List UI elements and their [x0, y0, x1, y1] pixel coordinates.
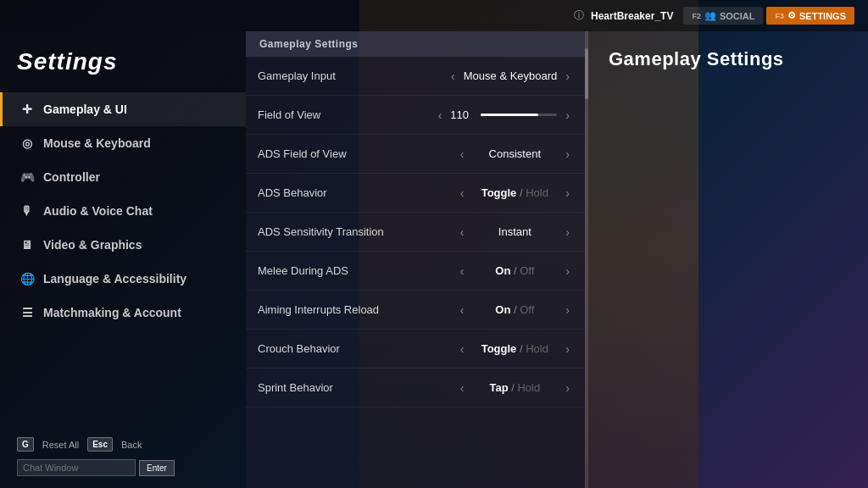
account-info: ⓘ HeartBreaker_TV	[574, 8, 673, 23]
fov-slider-container: 110	[450, 108, 557, 121]
sidebar-label-video-graphics: Video & Graphics	[43, 238, 142, 252]
setting-control-crouch-behavior: ‹ Toggle / Hold ›	[457, 342, 573, 356]
setting-row-melee-ads: Melee During ADS ‹ On / Off ›	[246, 252, 585, 291]
settings-label: SETTINGS	[799, 11, 846, 21]
sidebar-item-controller[interactable]: 🎮 Controller	[0, 160, 246, 194]
arrow-left-sprint-behavior[interactable]: ‹	[457, 381, 468, 395]
setting-label-aim-interrupt-reload: Aiming Interrupts Reload	[258, 303, 457, 316]
matchmaking-icon: ☰	[19, 306, 35, 319]
setting-control-ads-sensitivity: ‹ Instant ›	[457, 225, 573, 239]
sidebar-item-language-accessibility[interactable]: 🌐 Language & Accessibility	[0, 262, 246, 296]
setting-value-sprint-behavior: Tap / Hold	[472, 381, 557, 394]
sidebar: Settings ✛ Gameplay & UI ◎ Mouse & Keybo…	[0, 31, 246, 488]
fov-slider-track[interactable]	[481, 114, 557, 116]
setting-label-ads-sensitivity: ADS Sensitivity Transition	[258, 225, 457, 238]
right-panel: Gameplay Settings	[588, 31, 868, 488]
social-label: SOCIAL	[720, 11, 755, 21]
setting-control-aim-interrupt-reload: ‹ On / Off ›	[457, 303, 573, 317]
setting-value-gameplay-input: Mouse & Keyboard	[464, 69, 558, 82]
sidebar-item-gameplay-ui[interactable]: ✛ Gameplay & UI	[0, 92, 246, 126]
right-panel-title: Gameplay Settings	[609, 48, 848, 70]
crouch-hold: Hold	[526, 342, 548, 355]
sidebar-spacer	[0, 330, 246, 429]
main-content: ⓘ HeartBreaker_TV F2 👥 SOCIAL F3 ⚙ SETTI…	[0, 0, 868, 488]
crouch-toggle: Toggle	[481, 342, 517, 355]
center-panel: Gameplay Settings Gameplay Input ‹ Mouse…	[246, 31, 585, 488]
mouse-icon: ◎	[19, 136, 35, 150]
melee-ads-on: On	[495, 264, 510, 277]
setting-row-aim-interrupt-reload: Aiming Interrupts Reload ‹ On / Off ›	[246, 291, 585, 330]
setting-label-crouch-behavior: Crouch Behavior	[258, 342, 457, 355]
sprint-tap: Tap	[489, 381, 508, 394]
arrow-left-ads-fov[interactable]: ‹	[457, 147, 468, 161]
setting-label-gameplay-input: Gameplay Input	[258, 69, 448, 82]
chat-input[interactable]	[17, 459, 136, 476]
social-key: F2	[692, 12, 701, 20]
reset-key: G	[17, 437, 34, 452]
language-icon: 🌐	[19, 272, 35, 286]
settings-panel-header: Gameplay Settings	[246, 31, 585, 57]
social-icon: 👥	[704, 10, 716, 21]
setting-row-ads-fov: ADS Field of View ‹ Consistent ›	[246, 135, 585, 174]
arrow-left-crouch-behavior[interactable]: ‹	[457, 342, 468, 356]
sidebar-label-audio-voice: Audio & Voice Chat	[43, 204, 153, 218]
sidebar-label-gameplay-ui: Gameplay & UI	[43, 103, 127, 116]
arrow-right-ads-behavior[interactable]: ›	[562, 186, 573, 200]
sidebar-item-audio-voice[interactable]: 🎙 Audio & Voice Chat	[0, 194, 246, 228]
arrow-right-aim-interrupt-reload[interactable]: ›	[562, 303, 573, 317]
sidebar-item-matchmaking-account[interactable]: ☰ Matchmaking & Account	[0, 296, 246, 330]
setting-row-ads-sensitivity: ADS Sensitivity Transition ‹ Instant ›	[246, 213, 585, 252]
sprint-hold: Hold	[517, 381, 540, 394]
ads-behavior-toggle: Toggle	[481, 186, 517, 199]
username: HeartBreaker_TV	[591, 10, 673, 22]
setting-control-melee-ads: ‹ On / Off ›	[457, 264, 573, 278]
nav-tabs: F2 👥 SOCIAL F3 ⚙ SETTINGS	[683, 7, 854, 25]
arrow-left-aim-interrupt-reload[interactable]: ‹	[457, 303, 468, 317]
arrow-left-ads-sensitivity[interactable]: ‹	[457, 225, 468, 239]
arrow-left-gameplay-input[interactable]: ‹	[448, 69, 459, 83]
setting-control-sprint-behavior: ‹ Tap / Hold ›	[457, 381, 573, 395]
setting-value-ads-fov: Consistent	[472, 147, 557, 160]
controller-icon: 🎮	[19, 170, 35, 184]
settings-list: Gameplay Input ‹ Mouse & Keyboard › Fiel…	[246, 57, 585, 488]
setting-label-melee-ads: Melee During ADS	[258, 264, 457, 277]
arrow-right-gameplay-input[interactable]: ›	[562, 69, 573, 83]
sidebar-item-video-graphics[interactable]: 🖥 Video & Graphics	[0, 228, 246, 262]
arrow-right-melee-ads[interactable]: ›	[562, 264, 573, 278]
setting-row-gameplay-input: Gameplay Input ‹ Mouse & Keyboard ›	[246, 57, 585, 96]
sidebar-label-mouse-keyboard: Mouse & Keyboard	[43, 136, 151, 150]
ads-behavior-hold: Hold	[526, 186, 548, 199]
setting-label-sprint-behavior: Sprint Behavior	[258, 381, 457, 394]
tab-settings[interactable]: F3 ⚙ SETTINGS	[766, 7, 854, 25]
arrow-right-ads-fov[interactable]: ›	[562, 147, 573, 161]
setting-value-crouch-behavior: Toggle / Hold	[472, 342, 557, 355]
arrow-right-crouch-behavior[interactable]: ›	[562, 342, 573, 356]
sidebar-label-language-accessibility: Language & Accessibility	[43, 272, 186, 286]
aim-interrupt-off: Off	[520, 303, 534, 316]
gameplay-icon: ✛	[19, 103, 35, 116]
setting-label-ads-behavior: ADS Behavior	[258, 186, 457, 199]
arrow-left-melee-ads[interactable]: ‹	[457, 264, 468, 278]
aim-interrupt-on: On	[495, 303, 510, 316]
setting-control-fov: ‹ 110 ›	[435, 108, 573, 122]
enter-button[interactable]: Enter	[139, 460, 175, 476]
arrow-left-ads-behavior[interactable]: ‹	[457, 186, 468, 200]
setting-value-melee-ads: On / Off	[472, 264, 557, 277]
sidebar-item-mouse-keyboard[interactable]: ◎ Mouse & Keyboard	[0, 126, 246, 160]
scroll-indicator	[585, 48, 588, 99]
page-title: Settings	[0, 48, 246, 92]
fov-value: 110	[450, 108, 476, 121]
setting-row-fov: Field of View ‹ 110 ›	[246, 96, 585, 135]
tab-social[interactable]: F2 👥 SOCIAL	[683, 7, 763, 25]
arrow-left-fov[interactable]: ‹	[435, 108, 446, 122]
arrow-right-ads-sensitivity[interactable]: ›	[562, 225, 573, 239]
top-bar: ⓘ HeartBreaker_TV F2 👥 SOCIAL F3 ⚙ SETTI…	[0, 0, 868, 31]
setting-control-ads-behavior: ‹ Toggle / Hold ›	[457, 186, 573, 200]
arrow-right-sprint-behavior[interactable]: ›	[562, 381, 573, 395]
arrow-right-fov[interactable]: ›	[562, 108, 573, 122]
reset-label: Reset All	[42, 440, 79, 450]
setting-value-ads-sensitivity: Instant	[472, 225, 557, 238]
settings-key: F3	[775, 12, 784, 20]
video-icon: 🖥	[19, 238, 35, 252]
chat-input-row: Enter	[0, 456, 246, 480]
